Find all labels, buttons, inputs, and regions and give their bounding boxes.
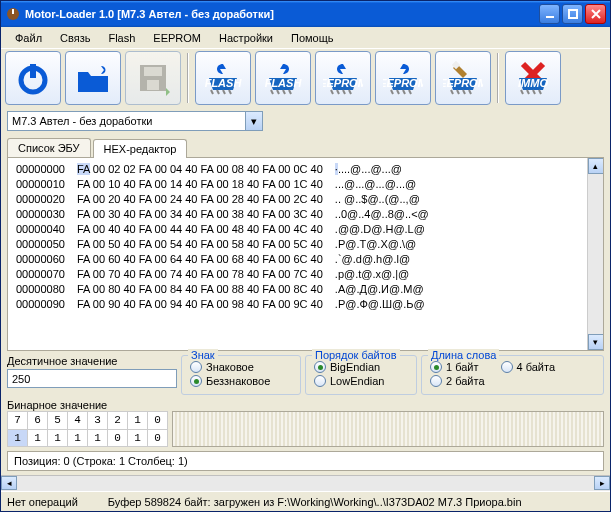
- lowendian-radio[interactable]: LowEndian: [314, 374, 408, 388]
- menu-conn[interactable]: Связь: [52, 30, 98, 46]
- eeprom-tool-button[interactable]: EEPROM: [435, 51, 491, 105]
- menu-eeprom[interactable]: EEPROM: [145, 30, 209, 46]
- svg-rect-2: [546, 16, 554, 18]
- svg-text:EEPROM: EEPROM: [443, 77, 483, 89]
- bit-table[interactable]: 76543210 11111010: [7, 411, 168, 447]
- position-readout: Позиция: 0 (Строка: 1 Столбец: 1): [7, 451, 604, 471]
- word4-radio[interactable]: 4 байта: [501, 360, 556, 374]
- save-button: [125, 51, 181, 105]
- status-buffer: Буфер 589824 байт: загружен из F:\Workin…: [108, 496, 522, 508]
- scroll-down-icon[interactable]: ▾: [588, 334, 604, 350]
- signed-radio[interactable]: Знаковое: [190, 360, 292, 374]
- horizontal-scrollbar[interactable]: ◂ ▸: [1, 475, 610, 491]
- scroll-left-icon[interactable]: ◂: [1, 476, 17, 490]
- open-button[interactable]: [65, 51, 121, 105]
- svg-text:FLASH: FLASH: [205, 77, 243, 89]
- titlebar: Motor-Loader 1.0 [M7.3 Автел - без дораб…: [1, 1, 610, 27]
- menubar: Файл Связь Flash EEPROM Настройки Помощь: [1, 27, 610, 49]
- svg-rect-5: [30, 64, 36, 78]
- menu-flash[interactable]: Flash: [100, 30, 143, 46]
- wordlen-group: Длина слова 1 байт 2 байта 4 байта: [421, 355, 604, 395]
- tab-hex-editor[interactable]: HEX-редактор: [93, 139, 188, 158]
- vertical-scrollbar[interactable]: ▴ ▾: [587, 158, 603, 350]
- maximize-button[interactable]: [562, 4, 583, 24]
- status-bar: Нет операций Буфер 589824 байт: загружен…: [1, 491, 610, 511]
- scroll-up-icon[interactable]: ▴: [588, 158, 604, 174]
- hex-view[interactable]: 00000000 00000010 00000020 00000030 0000…: [8, 158, 587, 316]
- ecu-select-value: M7.3 Автел - без доработки: [12, 115, 152, 127]
- svg-rect-8: [147, 80, 159, 90]
- menu-help[interactable]: Помощь: [283, 30, 342, 46]
- hex-pane: 00000000 00000010 00000020 00000030 0000…: [7, 157, 604, 351]
- bigendian-radio[interactable]: BigEndian: [314, 360, 408, 374]
- menu-settings[interactable]: Настройки: [211, 30, 281, 46]
- svg-rect-1: [12, 9, 14, 14]
- app-icon: [5, 6, 21, 22]
- endian-legend: Порядок байтов: [312, 349, 400, 361]
- eeprom-write-button[interactable]: EEPROM: [375, 51, 431, 105]
- flash-read-button[interactable]: FLASH: [195, 51, 251, 105]
- sign-group: Знак Знаковое Беззнаковое: [181, 355, 301, 395]
- svg-text:EEPROM: EEPROM: [323, 77, 363, 89]
- endian-group: Порядок байтов BigEndian LowEndian: [305, 355, 417, 395]
- toolbar: FLASH FLASH EEPROM EEPROM EEPROM IMMO: [1, 49, 610, 107]
- power-button[interactable]: [5, 51, 61, 105]
- word1-radio[interactable]: 1 байт: [430, 360, 485, 374]
- window-title: Motor-Loader 1.0 [M7.3 Автел - без дораб…: [25, 8, 274, 20]
- unsigned-radio[interactable]: Беззнаковое: [190, 374, 292, 388]
- status-ops: Нет операций: [7, 496, 78, 508]
- eeprom-read-button[interactable]: EEPROM: [315, 51, 371, 105]
- tab-ecu-list[interactable]: Список ЭБУ: [7, 138, 91, 157]
- immo-off-button[interactable]: IMMO: [505, 51, 561, 105]
- svg-rect-3: [569, 10, 577, 18]
- sign-legend: Знак: [188, 349, 218, 361]
- bit-slider[interactable]: [172, 411, 604, 447]
- svg-rect-7: [144, 67, 162, 76]
- svg-text:EEPROM: EEPROM: [383, 77, 423, 89]
- ecu-select[interactable]: M7.3 Автел - без доработки ▾: [7, 111, 263, 131]
- close-button[interactable]: [585, 4, 606, 24]
- word2-radio[interactable]: 2 байта: [430, 374, 485, 388]
- chevron-down-icon[interactable]: ▾: [245, 112, 262, 130]
- minimize-button[interactable]: [539, 4, 560, 24]
- separator: [497, 53, 499, 103]
- decimal-input[interactable]: [7, 369, 177, 388]
- flash-write-button[interactable]: FLASH: [255, 51, 311, 105]
- svg-text:FLASH: FLASH: [265, 77, 303, 89]
- separator: [187, 53, 189, 103]
- scroll-right-icon[interactable]: ▸: [594, 476, 610, 490]
- svg-text:IMMO: IMMO: [518, 77, 548, 89]
- decimal-label: Десятичное значение: [7, 355, 177, 367]
- scroll-track[interactable]: [588, 174, 604, 334]
- binary-label: Бинарное значение: [7, 399, 107, 411]
- wordlen-legend: Длина слова: [428, 349, 499, 361]
- menu-file[interactable]: Файл: [7, 30, 50, 46]
